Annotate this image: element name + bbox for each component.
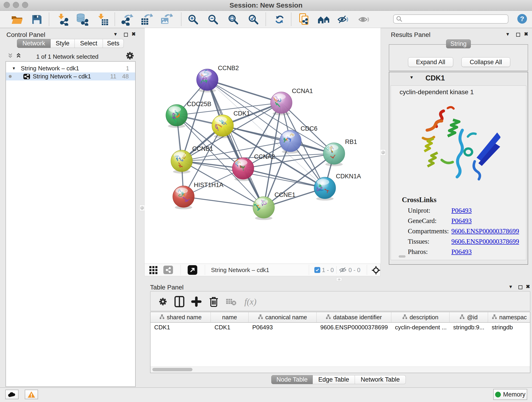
function-builder-icon[interactable]: f(x) bbox=[241, 295, 260, 308]
tab-sets[interactable]: Sets bbox=[103, 39, 124, 48]
table-cell[interactable]: CDK1 bbox=[151, 324, 211, 331]
table-cell[interactable]: P06493 bbox=[249, 324, 317, 331]
column-header-description[interactable]: description bbox=[391, 312, 450, 322]
table-cell[interactable]: CDK1 bbox=[211, 324, 249, 331]
column-header-database-identifier[interactable]: database identifier bbox=[317, 312, 391, 322]
help-button[interactable]: ? bbox=[517, 14, 527, 24]
table-panel-float-icon[interactable] bbox=[519, 285, 522, 291]
control-panel-close-icon[interactable]: ✖ bbox=[132, 31, 136, 37]
bottom-splitter-grip[interactable] bbox=[336, 278, 342, 281]
tab-network[interactable]: Network bbox=[17, 39, 51, 48]
right-splitter-grip[interactable] bbox=[380, 149, 386, 155]
home-networks-icon[interactable] bbox=[317, 13, 331, 26]
network-node-CDC25B[interactable]: CDC25B bbox=[166, 101, 211, 128]
tree-expander-icon[interactable]: ▼ bbox=[12, 66, 16, 71]
network-node-CCNA1[interactable]: CCNA1 bbox=[271, 88, 313, 115]
refresh-icon[interactable] bbox=[273, 13, 286, 26]
column-header-namespac[interactable]: namespac bbox=[488, 312, 530, 322]
network-node-CDC6[interactable]: CDC6 bbox=[280, 125, 317, 153]
table-cell[interactable]: cyclin-dependent ... bbox=[391, 324, 450, 331]
tab-select[interactable]: Select bbox=[75, 39, 103, 48]
delete-table-icon[interactable] bbox=[224, 295, 238, 308]
column-header-shared-name[interactable]: shared name bbox=[151, 312, 211, 322]
memory-button[interactable]: Memory bbox=[493, 389, 527, 400]
table-panel-collapse-icon[interactable]: ▼ bbox=[508, 284, 513, 289]
control-panel-collapse-icon[interactable]: ▼ bbox=[113, 32, 118, 37]
open-session-icon[interactable] bbox=[10, 13, 24, 26]
network-overview-icon[interactable] bbox=[163, 266, 173, 274]
network-edge-CCNB2-CCNA1[interactable] bbox=[207, 80, 281, 103]
title-bar[interactable]: Session: New Session bbox=[0, 0, 532, 11]
table-cell[interactable]: stringdb bbox=[488, 324, 530, 331]
grid-view-icon[interactable] bbox=[149, 266, 158, 275]
create-column-plus-icon[interactable] bbox=[190, 295, 203, 308]
tab-string[interactable]: String bbox=[446, 39, 471, 48]
show-graphics-details-icon[interactable] bbox=[357, 13, 370, 26]
tab-network-table[interactable]: Network Table bbox=[355, 375, 406, 384]
show-columns-icon[interactable] bbox=[172, 295, 186, 308]
clone-network-view-icon[interactable] bbox=[298, 13, 311, 26]
scrollbar-thumb[interactable] bbox=[152, 368, 192, 371]
column-header-canonical-name[interactable]: canonical name bbox=[249, 312, 317, 322]
column-header-name[interactable]: name bbox=[211, 312, 249, 322]
fit-selected-crosshair-icon[interactable] bbox=[371, 266, 380, 276]
delete-column-trash-icon[interactable] bbox=[207, 295, 221, 308]
save-session-icon[interactable] bbox=[30, 13, 43, 26]
crosslink-link[interactable]: 9606.ENSP00000378699 bbox=[451, 238, 519, 245]
zoom-in-icon[interactable] bbox=[186, 13, 200, 26]
expand-all-button[interactable]: Expand All bbox=[408, 57, 453, 67]
network-node-RB1[interactable]: RB1 bbox=[323, 138, 357, 166]
results-panel-close-icon[interactable]: ✖ bbox=[524, 31, 528, 37]
export-image-icon[interactable] bbox=[160, 13, 173, 26]
export-network-icon[interactable] bbox=[120, 13, 133, 26]
crosslink-label: Tissues: bbox=[408, 238, 451, 245]
table-row[interactable]: CDK1CDK1P064939606.ENSP00000378699cyclin… bbox=[151, 323, 530, 332]
import-network-file-icon[interactable] bbox=[56, 13, 69, 26]
tab-node-table[interactable]: Node Table bbox=[271, 375, 313, 384]
crosslink-link[interactable]: P06493 bbox=[451, 217, 472, 225]
collapse-all-button[interactable]: Collapse All bbox=[462, 57, 510, 67]
table-cell[interactable]: stringdb:9... bbox=[450, 324, 488, 331]
network-options-gear-icon[interactable] bbox=[126, 52, 134, 61]
network-edge-HIST1H1A-CCNE1[interactable] bbox=[184, 197, 264, 207]
gene-collapse-icon[interactable]: ▼ bbox=[409, 75, 414, 80]
column-header-label: @id bbox=[467, 314, 478, 321]
network-collection-row[interactable]: ▼ String Network – cdk1 1 bbox=[6, 64, 135, 72]
hidden-eye-icon[interactable] bbox=[339, 267, 347, 274]
network-node-HIST1H1A[interactable]: HIST1H1A bbox=[173, 182, 223, 209]
column-header-label: description bbox=[410, 314, 438, 321]
results-panel-float-icon[interactable] bbox=[516, 32, 520, 38]
table-horizontal-scrollbar[interactable] bbox=[151, 366, 530, 373]
zoom-selected-icon[interactable] bbox=[247, 13, 260, 26]
crosslink-link[interactable]: P06493 bbox=[451, 207, 472, 214]
cloud-button[interactable] bbox=[5, 390, 19, 399]
network-node-CCNE1[interactable]: CCNE1 bbox=[253, 191, 296, 220]
network-canvas[interactable]: CCNB2CCNA1CDC25BCDK1CDC6RB1CCNB1CCNA2CDK… bbox=[144, 28, 381, 264]
export-table-icon[interactable] bbox=[140, 13, 153, 26]
tab-style[interactable]: Style bbox=[51, 39, 75, 48]
zoom-out-icon[interactable] bbox=[206, 13, 220, 26]
search-input[interactable] bbox=[404, 15, 508, 23]
left-splitter-grip[interactable] bbox=[139, 205, 145, 211]
table-options-gear-icon[interactable] bbox=[156, 295, 170, 308]
control-panel-float-icon[interactable] bbox=[124, 32, 128, 38]
network-row-selected[interactable]: String Network – cdk1 11 48 bbox=[6, 72, 135, 80]
search-box[interactable] bbox=[393, 14, 508, 24]
column-header--id[interactable]: @id bbox=[450, 312, 488, 322]
results-panel-collapse-icon[interactable]: ▼ bbox=[505, 32, 510, 37]
tab-edge-table[interactable]: Edge Table bbox=[313, 375, 355, 384]
network-node-CDKN1A[interactable]: CDKN1A bbox=[314, 173, 361, 201]
hide-graphics-details-icon[interactable] bbox=[336, 13, 350, 26]
card-scrollbar-thumb[interactable] bbox=[399, 255, 405, 258]
birds-eye-view-icon[interactable] bbox=[188, 265, 197, 275]
warnings-button[interactable] bbox=[25, 390, 38, 399]
crosslink-link[interactable]: 9606.ENSP00000378699 bbox=[451, 227, 519, 235]
zoom-fit-icon[interactable] bbox=[227, 13, 240, 26]
import-table-file-icon[interactable] bbox=[96, 13, 109, 26]
selected-checkbox-icon[interactable] bbox=[314, 267, 320, 273]
crosslink-link[interactable]: P06493 bbox=[451, 248, 472, 255]
table-panel-close-icon[interactable]: ✖ bbox=[526, 284, 530, 290]
warning-icon bbox=[27, 391, 35, 398]
import-network-database-icon[interactable] bbox=[76, 13, 89, 26]
table-cell[interactable]: 9606.ENSP00000378699 bbox=[317, 324, 391, 331]
